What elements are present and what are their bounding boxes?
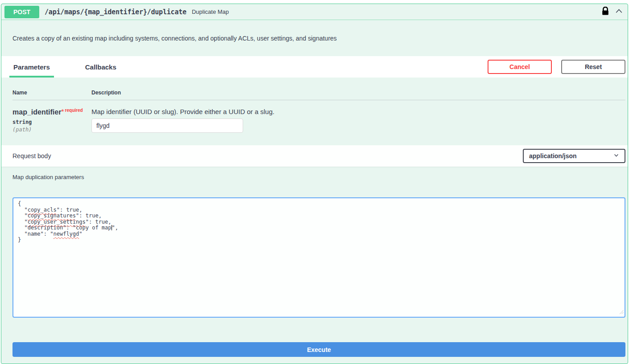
parameter-type: string [12, 119, 91, 125]
endpoint-summary-text: Duplicate Map [192, 8, 229, 15]
editor-line: { [18, 201, 620, 207]
editor-line: } [18, 237, 620, 243]
editor-line: "description": "copy of map", [18, 225, 620, 231]
endpoint-path: /api/maps/{map_identifier}/duplicate [45, 8, 186, 16]
request-body-header: Request body application/json [1, 145, 628, 167]
required-label: required [65, 108, 83, 113]
chevron-up-icon [615, 7, 623, 16]
cancel-button[interactable]: Cancel [488, 60, 552, 74]
parameter-row: map_identifier*required string (path) Ma… [12, 100, 625, 145]
editor-line: "copy_acls": true, [18, 207, 620, 213]
http-method-badge: POST [4, 6, 39, 18]
endpoint-summary-header[interactable]: POST /api/maps/{map_identifier}/duplicat… [1, 4, 628, 20]
chevron-down-icon [613, 152, 619, 160]
request-body-section: Map duplication parameters { "copy_acls"… [1, 167, 628, 318]
execute-button[interactable]: Execute [12, 342, 625, 357]
request-body-label: Request body [12, 152, 51, 160]
parameter-description-cell: Map identifier (UUID or slug). Provide e… [91, 108, 625, 133]
endpoint-description: Creates a copy of an existing map includ… [1, 20, 628, 56]
auth-lock-button[interactable] [602, 7, 609, 17]
editor-line: "copy_user_settings": true, [18, 219, 620, 225]
required-asterisk: * [61, 108, 64, 116]
collapse-button[interactable] [615, 7, 623, 16]
lock-icon [602, 7, 609, 17]
parameter-name: map_identifier [12, 108, 61, 116]
endpoint-panel: POST /api/maps/{map_identifier}/duplicat… [1, 4, 628, 364]
tab-bar-spacer [148, 56, 488, 78]
editor-line: "copy_signatures": true, [18, 213, 620, 219]
resize-handle-icon[interactable] [619, 310, 624, 316]
content-type-value: application/json [529, 152, 577, 160]
editor-line: "name": "newflygd" [18, 231, 620, 237]
column-header-name: Name [12, 90, 91, 96]
execute-section: Execute [1, 318, 628, 362]
parameters-table-header: Name Description [12, 78, 625, 100]
parameter-description: Map identifier (UUID or slug). Provide e… [91, 108, 625, 115]
map-identifier-input[interactable] [91, 119, 243, 133]
column-header-description: Description [91, 90, 625, 96]
schema-title: Map duplication parameters [12, 174, 625, 181]
tab-callbacks[interactable]: Callbacks [81, 56, 120, 78]
parameter-location: (path) [12, 127, 91, 133]
request-body-editor[interactable]: { "copy_acls": true, "copy_signatures": … [12, 197, 625, 318]
parameters-section: Name Description map_identifier*required… [1, 78, 628, 145]
content-type-select[interactable]: application/json [523, 149, 625, 163]
tab-bar: Parameters Callbacks Cancel Reset [1, 56, 628, 78]
tab-parameters[interactable]: Parameters [9, 56, 54, 78]
reset-button[interactable]: Reset [561, 60, 625, 74]
parameter-name-cell: map_identifier*required string (path) [12, 108, 91, 133]
